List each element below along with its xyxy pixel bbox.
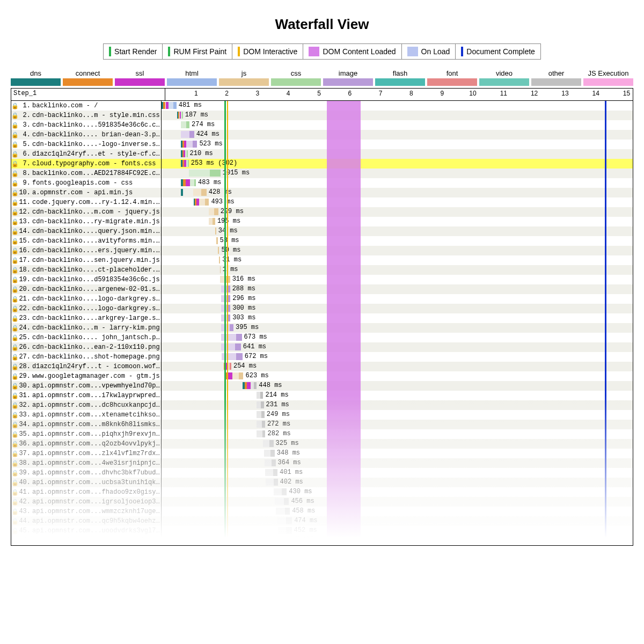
lock-icon: 🔒	[11, 334, 19, 341]
duration-label: 641 ms	[243, 343, 266, 350]
row-number: 12.	[19, 208, 32, 216]
timing-lane: 254 ms	[161, 362, 633, 371]
request-row[interactable]: 🔒30.api.opmnstr.com...vpewmhyelnd70paz44…	[11, 381, 633, 391]
request-row[interactable]: 🔒1.backlinko.com - /481 ms	[11, 101, 633, 111]
request-row[interactable]: 🔒19.cdn-backlinko...d5918354e36c6c.js316…	[11, 275, 633, 284]
request-row[interactable]: 🔒38.api.opmnstr.com...4we3isrjnipnjcpy36…	[11, 458, 633, 468]
duration-label: 395 ms	[236, 324, 259, 331]
request-row[interactable]: 🔒5.cdn-backlinko....-logo-inverse.svg523…	[11, 140, 633, 149]
timing-lane: 195 ms	[161, 217, 633, 226]
type-js: js	[219, 69, 269, 86]
request-row[interactable]: 🔒10.a.opmnstr.com - api.min.js428 ms	[11, 188, 633, 197]
request-row[interactable]: 🔒13.cdn-backlinko...ry-migrate.min.js195…	[11, 217, 633, 226]
request-url: api.opmnstr.com...zlx4lvflmz7rdxdq	[32, 450, 161, 457]
request-row[interactable]: 🔒44.api.opmnstr.com...qc9h5kqbw4oehzh447…	[11, 516, 633, 526]
request-row[interactable]: 🔒7.cloud.typography.com - fonts.css253 m…	[11, 159, 633, 169]
request-row[interactable]: 🔒15.cdn-backlinko....avityforms.min.js53…	[11, 236, 633, 246]
request-row[interactable]: 🔒28.d1azc1qln24ryf...t - icomoon.woff225…	[11, 362, 633, 371]
row-number: 37.	[19, 450, 32, 457]
lock-icon: 🔒	[11, 412, 19, 419]
request-url: api.opmnstr.com...qc9h5kqbw4oehzh4	[32, 517, 161, 525]
request-row[interactable]: 🔒14.cdn-backlinko....query.json.min.js34…	[11, 226, 633, 236]
request-url: api.opmnstr.com...vpewmhyelnd70paz	[32, 382, 161, 390]
request-row[interactable]: 🔒42.api.opmnstr.com...igrsoljooeiop3di45…	[11, 497, 633, 507]
request-row[interactable]: 🔒40.api.opmnstr.com...ucbsa3tunih1qkhk40…	[11, 478, 633, 487]
lock-icon: 🔒	[11, 460, 19, 467]
request-row[interactable]: 🔒8.backlinko.com...AED217884FC92E.css101…	[11, 169, 633, 178]
request-row[interactable]: 🔒41.api.opmnstr.com...fhadoo9zx0gisy9c43…	[11, 487, 633, 497]
type-image: image	[323, 69, 373, 86]
request-row[interactable]: 🔒26.cdn-backlinko...ean-2-110x110.png641…	[11, 342, 633, 352]
duration-label: 1015 ms	[223, 169, 250, 177]
duration-label: 325 ms	[276, 440, 299, 447]
request-row[interactable]: 🔒37.api.opmnstr.com...zlx4lvflmz7rdxdq34…	[11, 449, 633, 458]
request-row[interactable]: 🔒43.api.opmnstr.com...wmmzczknh17ugefc45…	[11, 507, 633, 516]
request-row[interactable]: 🔒9.fonts.googleapis.com - css483 ms	[11, 178, 633, 188]
row-number: 11.	[19, 199, 32, 206]
request-row[interactable]: 🔒17.cdn-backlinko...sen.jquery.min.js31 …	[11, 255, 633, 265]
request-url: a.opmnstr.com - api.min.js	[32, 189, 161, 196]
request-row[interactable]: 🔒21.cdn-backlinko....logo-darkgrey.svg29…	[11, 294, 633, 304]
timing-lane: 325 ms	[161, 439, 633, 449]
request-row[interactable]: 🔒33.api.opmnstr.com...xtenametcihksofb24…	[11, 410, 633, 420]
lock-icon: 🔒	[11, 209, 19, 216]
request-url: api.opmnstr.com...ucbsa3tunih1qkhk	[32, 479, 161, 486]
bar-imagePale	[186, 141, 193, 148]
request-row[interactable]: 🔒35.api.opmnstr.com...piqhxjh9rexvjnt028…	[11, 429, 633, 439]
duration-label: 458 ms	[292, 507, 315, 515]
bar-image	[193, 141, 197, 148]
request-row[interactable]: 🔒22.cdn-backlinko....logo-darkgrey.svg30…	[11, 304, 633, 313]
request-row[interactable]: 🔒3.cdn-backlinko....5918354e36c6c.css274…	[11, 120, 633, 130]
request-row[interactable]: 🔒20.cdn-backlinko....argenew-02-01.svg28…	[11, 284, 633, 294]
request-row[interactable]: 🔒45.api.opmnstr.com...uoodvdrks3vgl74745…	[11, 526, 633, 536]
dom-content-loaded-band	[327, 101, 361, 545]
tick-7: 7	[379, 90, 383, 97]
lock-icon: 🔒	[11, 489, 19, 496]
request-row[interactable]: 🔒36.api.opmnstr.com...q2ozb4ovvlpykjjd32…	[11, 439, 633, 449]
request-row[interactable]: 🔒12.cdn-backlinko...m.com - jquery.js299…	[11, 207, 633, 217]
request-row[interactable]: 🔒25.cdn-backlinko.... john_jantsch.png67…	[11, 333, 633, 342]
tick-10: 10	[469, 90, 476, 97]
request-row[interactable]: 🔒34.api.opmnstr.com...m8knk6h8lismksg627…	[11, 420, 633, 429]
request-url: www.googletagmanager.com - gtm.js	[32, 372, 161, 380]
tick-2: 2	[225, 90, 229, 97]
request-row[interactable]: 🔒31.api.opmnstr.com...i7kwlayprwpredfa21…	[11, 391, 633, 400]
bar-cssPale	[190, 179, 194, 186]
duration-label: 452 ms	[294, 526, 317, 534]
lock-icon: 🔒	[11, 499, 19, 506]
legend-start-render: Start Render	[104, 44, 162, 59]
request-row[interactable]: 🔒11.code.jquery.com...ry-1.12.4.min.js49…	[11, 197, 633, 207]
request-row[interactable]: 🔒4.cdn-backlinko.... brian-dean-3.png424…	[11, 130, 633, 140]
lock-icon: 🔒	[11, 354, 19, 361]
bar-jsPale	[209, 208, 214, 215]
bar-jsPale	[199, 199, 204, 206]
lock-icon: 🔒	[11, 199, 19, 206]
legend-document-complete: Document Complete	[455, 44, 540, 59]
tick-13: 13	[561, 90, 568, 97]
request-row[interactable]: 🔒6.d1azc1qln24ryf...et - style-cf.css210…	[11, 149, 633, 159]
request-row[interactable]: 🔒29.www.googletagmanager.com - gtm.js623…	[11, 371, 633, 381]
row-number: 1.	[19, 102, 32, 109]
row-number: 42.	[19, 498, 32, 506]
row-number: 8.	[19, 170, 32, 177]
timing-lane: 424 ms	[161, 130, 633, 140]
request-row[interactable]: 🔒2.cdn-backlinko...m - style.min.css187 …	[11, 111, 633, 120]
request-row[interactable]: 🔒16.cdn-backlinko....ers.jquery.min.js50…	[11, 246, 633, 255]
timing-lane: 300 ms	[161, 304, 633, 313]
request-row[interactable]: 🔒24.cdn-backlinko...m - larry-kim.png395…	[11, 323, 633, 333]
request-row[interactable]: 🔒23.cdn-backlinko....arkgrey-large.svg30…	[11, 313, 633, 323]
waterfall-chart: Step_1 123456789101112131415 🔒1.backlink…	[11, 88, 633, 546]
duration-label: 254 ms	[233, 362, 257, 370]
request-row[interactable]: 🔒18.cdn-backlinko....ct-placeholder.js1 …	[11, 265, 633, 275]
request-row[interactable]: 🔒32.api.opmnstr.com...dc8hcuxkanpcjdbx23…	[11, 400, 633, 410]
bar-image	[230, 324, 233, 331]
request-row[interactable]: 🔒39.api.opmnstr.com...dhvhc3bkf7ubud7h40…	[11, 468, 633, 478]
duration-label: 448 ms	[259, 382, 282, 389]
bar-other	[285, 508, 290, 515]
request-row[interactable]: 🔒27.cdn-backlinko...shot-homepage.png672…	[11, 352, 633, 362]
request-row[interactable]: 🔒46.api.opmnstr.com...ia4etlodia0ln2in42…	[11, 536, 633, 545]
legend-dom-interactive: DOM Interactive	[232, 44, 303, 59]
legend-on-load: On Load	[401, 44, 456, 59]
bar-other	[273, 469, 277, 476]
bar-css	[187, 150, 188, 157]
